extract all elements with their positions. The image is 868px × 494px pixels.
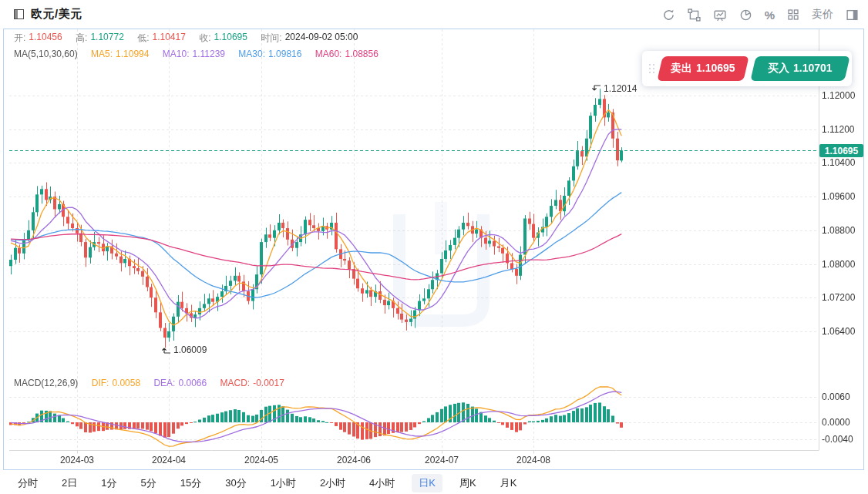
title-wrap: 欧元/美元 xyxy=(14,7,82,22)
tab-time-share[interactable]: 分时 xyxy=(11,474,45,492)
macd-value: -0.0017 xyxy=(253,378,284,388)
toolbar: % 卖价 xyxy=(662,6,859,23)
high-annotation-value: 1.12014 xyxy=(604,83,637,94)
open-label: 开: xyxy=(14,32,25,45)
close-value: 1.10695 xyxy=(214,32,247,45)
tab-monthly-k[interactable]: 月K xyxy=(493,474,524,492)
macd-axis-label: 0.0060 xyxy=(822,392,850,402)
macd-value-label: MACD: xyxy=(220,378,251,388)
tab-30min[interactable]: 30分 xyxy=(218,474,253,492)
draw-tools-icon[interactable] xyxy=(688,8,701,22)
time-axis-label: 2024-03 xyxy=(56,455,99,465)
chart-board-icon[interactable] xyxy=(713,8,727,22)
time-axis-label: 2024-08 xyxy=(512,455,555,465)
tab-2hour[interactable]: 2小时 xyxy=(313,474,352,492)
drag-handle-icon[interactable] xyxy=(649,64,654,73)
price-axis-label: 1.08000 xyxy=(822,259,855,270)
price-axis-label: 1.07200 xyxy=(822,292,855,303)
split-panel-icon[interactable] xyxy=(846,8,859,22)
ma-legend-bar: MA(5,10,30,60) MA5:1.10994 MA10:1.11239 … xyxy=(14,49,389,59)
price-axis-label: 1.08800 xyxy=(822,225,855,236)
time-axis-label: 2024-04 xyxy=(147,455,190,465)
sell-price-toggle[interactable]: 卖价 xyxy=(812,8,833,22)
dea-label: DEA: xyxy=(153,378,175,388)
dea-value: 0.0066 xyxy=(178,378,207,388)
ma5-value: 1.10994 xyxy=(116,49,149,59)
close-label: 收: xyxy=(199,32,210,45)
pie-chart-icon[interactable] xyxy=(739,8,752,22)
macd-legend-bar: MACD(12,26,9) DIF:0.0058 DEA:0.0066 MACD… xyxy=(14,378,295,388)
tab-5min[interactable]: 5分 xyxy=(133,474,163,492)
symbol-title: 欧元/美元 xyxy=(31,7,82,22)
low-annotation: 1.06009 xyxy=(160,344,207,355)
trading-app: 欧元/美元 % 卖价 开:1.10456 xyxy=(0,0,868,494)
time-label: 时间: xyxy=(261,32,281,45)
trade-widget: 卖出1.10695 买入1.10701 xyxy=(642,51,852,86)
low-annotation-value: 1.06009 xyxy=(173,344,207,355)
low-value: 1.10417 xyxy=(153,32,186,45)
time-axis-label: 2024-05 xyxy=(240,455,283,465)
price-axis-label: 1.10400 xyxy=(822,157,855,168)
ma10-label: MA10: xyxy=(163,49,190,59)
tab-15min[interactable]: 15分 xyxy=(173,474,208,492)
time-axis-label: 2024-06 xyxy=(332,455,375,465)
high-annotation: 1.12014 xyxy=(590,83,637,94)
ma60-label: MA60: xyxy=(315,49,342,59)
high-label: 高: xyxy=(76,32,87,45)
collapse-panel-icon[interactable] xyxy=(14,9,24,19)
ohlc-info-bar: 开:1.10456 高:1.10772 低:1.10417 收:1.10695 … xyxy=(14,32,368,45)
refresh-icon[interactable] xyxy=(662,8,675,22)
dif-label: DIF: xyxy=(92,378,109,388)
tab-2day[interactable]: 2日 xyxy=(55,474,84,492)
ma30-label: MA30: xyxy=(238,49,265,59)
buy-button[interactable]: 买入1.10701 xyxy=(750,56,849,81)
macd-axis-label: -0.0040 xyxy=(822,434,853,445)
tab-4hour[interactable]: 4小时 xyxy=(362,474,402,492)
price-axis-label: 1.09600 xyxy=(822,191,855,202)
time-value: 2024-09-02 05:00 xyxy=(285,32,358,45)
collapse-panel-icon-fill xyxy=(15,10,18,18)
hook-arrow-up-icon xyxy=(160,345,171,355)
percent-icon[interactable]: % xyxy=(765,8,775,22)
tab-daily-k[interactable]: 日K xyxy=(412,474,442,492)
low-label: 低: xyxy=(137,32,149,45)
tab-1min[interactable]: 1分 xyxy=(94,474,123,492)
ma5-label: MA5: xyxy=(91,49,113,59)
dif-value: 0.0058 xyxy=(112,378,140,388)
sell-button-price: 1.10695 xyxy=(696,62,735,76)
buy-button-label: 买入 xyxy=(768,62,789,76)
sell-button-label: 卖出 xyxy=(671,62,692,76)
ma30-value: 1.09816 xyxy=(268,49,301,59)
timeframe-tabs: 分时2日1分5分15分30分1小时2小时4小时日K周K月K xyxy=(0,472,868,494)
time-axis-label: 2024-07 xyxy=(420,455,463,465)
price-axis-label: 1.06400 xyxy=(822,326,855,337)
hook-arrow-down-icon xyxy=(590,84,601,93)
ma60-value: 1.08856 xyxy=(345,49,378,59)
price-axis-label: 1.12000 xyxy=(822,90,855,101)
macd-axis-label: 0.0000 xyxy=(822,417,850,428)
ma10-value: 1.11239 xyxy=(193,49,226,59)
ma-title: MA(5,10,30,60) xyxy=(14,49,78,59)
grid-layout-icon[interactable] xyxy=(787,8,799,21)
tab-1hour[interactable]: 1小时 xyxy=(264,474,303,492)
open-value: 1.10456 xyxy=(29,32,62,45)
high-value: 1.10772 xyxy=(90,32,123,45)
current-price-badge: 1.10695 xyxy=(819,144,863,157)
macd-title: MACD(12,26,9) xyxy=(14,378,78,388)
header: 欧元/美元 % 卖价 xyxy=(0,0,868,28)
buy-button-price: 1.10701 xyxy=(793,62,833,76)
sell-button[interactable]: 卖出1.10695 xyxy=(657,56,749,81)
tab-weekly-k[interactable]: 周K xyxy=(453,474,483,492)
price-axis-label: 1.11200 xyxy=(822,124,855,135)
